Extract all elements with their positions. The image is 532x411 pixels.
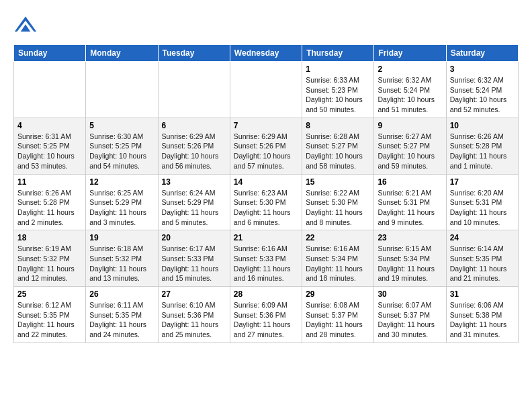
calendar-cell: 26Sunrise: 6:11 AMSunset: 5:35 PMDayligh… bbox=[86, 287, 158, 343]
calendar-cell: 27Sunrise: 6:10 AMSunset: 5:36 PMDayligh… bbox=[158, 287, 230, 343]
weekday-header-monday: Monday bbox=[86, 45, 158, 62]
calendar-cell: 4Sunrise: 6:31 AMSunset: 5:25 PMDaylight… bbox=[14, 118, 86, 174]
logo-icon bbox=[13, 13, 38, 38]
calendar-cell: 11Sunrise: 6:26 AMSunset: 5:28 PMDayligh… bbox=[14, 174, 86, 230]
day-number: 15 bbox=[306, 177, 370, 187]
calendar-cell: 24Sunrise: 6:14 AMSunset: 5:35 PMDayligh… bbox=[446, 230, 518, 287]
week-row-3: 11Sunrise: 6:26 AMSunset: 5:28 PMDayligh… bbox=[14, 174, 519, 230]
day-info: Sunrise: 6:11 AMSunset: 5:35 PMDaylight:… bbox=[89, 300, 154, 340]
day-number: 31 bbox=[450, 289, 515, 299]
day-number: 3 bbox=[450, 64, 515, 74]
day-info: Sunrise: 6:26 AMSunset: 5:28 PMDaylight:… bbox=[17, 188, 82, 228]
day-info: Sunrise: 6:25 AMSunset: 5:29 PMDaylight:… bbox=[89, 188, 154, 228]
day-info: Sunrise: 6:24 AMSunset: 5:29 PMDaylight:… bbox=[162, 188, 226, 228]
day-info: Sunrise: 6:26 AMSunset: 5:28 PMDaylight:… bbox=[450, 132, 515, 171]
calendar-cell: 6Sunrise: 6:29 AMSunset: 5:26 PMDaylight… bbox=[158, 118, 230, 174]
calendar-cell: 29Sunrise: 6:08 AMSunset: 5:37 PMDayligh… bbox=[302, 287, 374, 343]
weekday-header-saturday: Saturday bbox=[446, 45, 518, 62]
day-info: Sunrise: 6:09 AMSunset: 5:36 PMDaylight:… bbox=[234, 300, 298, 340]
page-header bbox=[13, 13, 519, 38]
week-row-1: 1Sunrise: 6:33 AMSunset: 5:23 PMDaylight… bbox=[14, 62, 519, 118]
day-info: Sunrise: 6:21 AMSunset: 5:31 PMDaylight:… bbox=[378, 188, 442, 228]
day-info: Sunrise: 6:14 AMSunset: 5:35 PMDaylight:… bbox=[450, 244, 515, 283]
day-info: Sunrise: 6:33 AMSunset: 5:23 PMDaylight:… bbox=[306, 75, 370, 115]
day-info: Sunrise: 6:17 AMSunset: 5:33 PMDaylight:… bbox=[162, 244, 226, 283]
weekday-header-wednesday: Wednesday bbox=[230, 45, 302, 62]
day-number: 14 bbox=[234, 177, 298, 187]
day-info: Sunrise: 6:19 AMSunset: 5:32 PMDaylight:… bbox=[17, 244, 82, 283]
logo bbox=[13, 13, 40, 38]
calendar-cell: 30Sunrise: 6:07 AMSunset: 5:37 PMDayligh… bbox=[374, 287, 446, 343]
day-number: 11 bbox=[17, 177, 82, 187]
day-number: 27 bbox=[162, 289, 226, 299]
day-number: 26 bbox=[89, 289, 154, 299]
day-info: Sunrise: 6:27 AMSunset: 5:27 PMDaylight:… bbox=[378, 132, 442, 171]
day-number: 7 bbox=[234, 121, 298, 130]
calendar-cell: 25Sunrise: 6:12 AMSunset: 5:35 PMDayligh… bbox=[14, 287, 86, 343]
day-number: 12 bbox=[89, 177, 154, 187]
day-info: Sunrise: 6:28 AMSunset: 5:27 PMDaylight:… bbox=[306, 132, 370, 171]
calendar-cell: 14Sunrise: 6:23 AMSunset: 5:30 PMDayligh… bbox=[230, 174, 302, 230]
day-number: 24 bbox=[450, 233, 515, 242]
day-number: 22 bbox=[306, 233, 370, 242]
day-info: Sunrise: 6:08 AMSunset: 5:37 PMDaylight:… bbox=[306, 300, 370, 340]
weekday-header-thursday: Thursday bbox=[302, 45, 374, 62]
weekday-header-sunday: Sunday bbox=[14, 45, 86, 62]
day-number: 9 bbox=[378, 121, 442, 130]
day-info: Sunrise: 6:12 AMSunset: 5:35 PMDaylight:… bbox=[17, 300, 82, 340]
day-number: 5 bbox=[89, 121, 154, 130]
day-number: 20 bbox=[162, 233, 226, 242]
day-number: 16 bbox=[378, 177, 442, 187]
day-info: Sunrise: 6:06 AMSunset: 5:38 PMDaylight:… bbox=[450, 300, 515, 340]
calendar-cell bbox=[230, 62, 302, 118]
week-row-4: 18Sunrise: 6:19 AMSunset: 5:32 PMDayligh… bbox=[14, 230, 519, 287]
day-info: Sunrise: 6:29 AMSunset: 5:26 PMDaylight:… bbox=[162, 132, 226, 171]
calendar-cell: 3Sunrise: 6:32 AMSunset: 5:24 PMDaylight… bbox=[446, 62, 518, 118]
calendar-cell: 1Sunrise: 6:33 AMSunset: 5:23 PMDaylight… bbox=[302, 62, 374, 118]
day-info: Sunrise: 6:20 AMSunset: 5:31 PMDaylight:… bbox=[450, 188, 515, 228]
calendar-cell: 22Sunrise: 6:16 AMSunset: 5:34 PMDayligh… bbox=[302, 230, 374, 287]
calendar-cell: 10Sunrise: 6:26 AMSunset: 5:28 PMDayligh… bbox=[446, 118, 518, 174]
calendar-cell: 28Sunrise: 6:09 AMSunset: 5:36 PMDayligh… bbox=[230, 287, 302, 343]
calendar-cell: 20Sunrise: 6:17 AMSunset: 5:33 PMDayligh… bbox=[158, 230, 230, 287]
calendar-table: SundayMondayTuesdayWednesdayThursdayFrid… bbox=[13, 44, 519, 343]
day-number: 8 bbox=[306, 121, 370, 130]
calendar-cell: 15Sunrise: 6:22 AMSunset: 5:30 PMDayligh… bbox=[302, 174, 374, 230]
calendar-cell: 8Sunrise: 6:28 AMSunset: 5:27 PMDaylight… bbox=[302, 118, 374, 174]
day-info: Sunrise: 6:32 AMSunset: 5:24 PMDaylight:… bbox=[450, 75, 515, 115]
day-number: 23 bbox=[378, 233, 442, 242]
calendar-cell: 12Sunrise: 6:25 AMSunset: 5:29 PMDayligh… bbox=[86, 174, 158, 230]
day-number: 13 bbox=[162, 177, 226, 187]
day-info: Sunrise: 6:30 AMSunset: 5:25 PMDaylight:… bbox=[89, 132, 154, 171]
day-info: Sunrise: 6:10 AMSunset: 5:36 PMDaylight:… bbox=[162, 300, 226, 340]
day-number: 25 bbox=[17, 289, 82, 299]
day-info: Sunrise: 6:18 AMSunset: 5:32 PMDaylight:… bbox=[89, 244, 154, 283]
calendar-cell: 23Sunrise: 6:15 AMSunset: 5:34 PMDayligh… bbox=[374, 230, 446, 287]
day-info: Sunrise: 6:23 AMSunset: 5:30 PMDaylight:… bbox=[234, 188, 298, 228]
calendar-cell: 17Sunrise: 6:20 AMSunset: 5:31 PMDayligh… bbox=[446, 174, 518, 230]
calendar-cell: 19Sunrise: 6:18 AMSunset: 5:32 PMDayligh… bbox=[86, 230, 158, 287]
day-number: 10 bbox=[450, 121, 515, 130]
day-info: Sunrise: 6:16 AMSunset: 5:34 PMDaylight:… bbox=[306, 244, 370, 283]
calendar-cell bbox=[14, 62, 86, 118]
calendar-cell: 7Sunrise: 6:29 AMSunset: 5:26 PMDaylight… bbox=[230, 118, 302, 174]
day-number: 30 bbox=[378, 289, 442, 299]
day-number: 1 bbox=[306, 64, 370, 74]
day-number: 2 bbox=[378, 64, 442, 74]
calendar-cell: 31Sunrise: 6:06 AMSunset: 5:38 PMDayligh… bbox=[446, 287, 518, 343]
day-number: 6 bbox=[162, 121, 226, 130]
day-number: 4 bbox=[17, 121, 82, 130]
calendar-cell: 18Sunrise: 6:19 AMSunset: 5:32 PMDayligh… bbox=[14, 230, 86, 287]
day-number: 29 bbox=[306, 289, 370, 299]
day-info: Sunrise: 6:15 AMSunset: 5:34 PMDaylight:… bbox=[378, 244, 442, 283]
day-info: Sunrise: 6:31 AMSunset: 5:25 PMDaylight:… bbox=[17, 132, 82, 171]
day-info: Sunrise: 6:07 AMSunset: 5:37 PMDaylight:… bbox=[378, 300, 442, 340]
calendar-cell bbox=[86, 62, 158, 118]
day-number: 17 bbox=[450, 177, 515, 187]
weekday-header-row: SundayMondayTuesdayWednesdayThursdayFrid… bbox=[14, 45, 519, 62]
calendar-cell: 2Sunrise: 6:32 AMSunset: 5:24 PMDaylight… bbox=[374, 62, 446, 118]
day-info: Sunrise: 6:32 AMSunset: 5:24 PMDaylight:… bbox=[378, 75, 442, 115]
day-info: Sunrise: 6:29 AMSunset: 5:26 PMDaylight:… bbox=[234, 132, 298, 171]
calendar-cell: 13Sunrise: 6:24 AMSunset: 5:29 PMDayligh… bbox=[158, 174, 230, 230]
calendar-cell: 9Sunrise: 6:27 AMSunset: 5:27 PMDaylight… bbox=[374, 118, 446, 174]
